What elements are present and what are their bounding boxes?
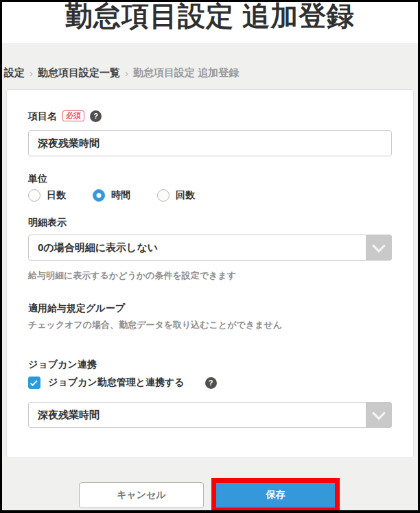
jobcan-section-label: ジョブカン連携	[28, 357, 392, 371]
chevron-right-icon: ›	[125, 67, 128, 79]
page-title: 勤怠項目設定 追加登録	[2, 2, 418, 35]
title-bar: 勤怠項目設定 追加登録	[2, 2, 418, 43]
jobcan-checkbox-label[interactable]: ジョブカン勤怠管理と連携する	[48, 377, 185, 389]
unit-radio-group: 日数 時間 回数	[28, 189, 392, 202]
form-card: 項目名 必須 ? 単位 日数 時間 回数 明細表示 0の場合明細に表示しない	[6, 89, 414, 458]
radio-unchecked-icon	[157, 189, 170, 202]
footer-action-bar: キャンセル 保存	[2, 458, 418, 511]
breadcrumb-bar: 設定 › 勤怠項目設定一覧 › 勤怠項目設定 追加登録	[2, 43, 418, 89]
jobcan-checkbox[interactable]	[28, 377, 40, 389]
detail-display-selected-value: 0の場合明細に表示しない	[29, 235, 364, 260]
save-button[interactable]: 保存	[216, 483, 335, 508]
item-name-label: 項目名	[28, 109, 57, 123]
jobcan-item-select[interactable]: 深夜残業時間	[28, 402, 392, 428]
jobcan-selected-value: 深夜残業時間	[29, 403, 364, 427]
help-icon[interactable]: ?	[205, 377, 217, 389]
cancel-button[interactable]: キャンセル	[79, 482, 204, 508]
item-name-input[interactable]	[28, 130, 392, 156]
detail-display-label: 明細表示	[28, 215, 392, 229]
jobcan-checkbox-row: ジョブカン勤怠管理と連携する ?	[28, 377, 392, 389]
breadcrumb-settings[interactable]: 設定	[4, 67, 25, 80]
detail-display-help-text: 給与明細に表示するかどうかの条件を設定できます	[28, 270, 392, 282]
chevron-right-icon: ›	[30, 67, 33, 79]
radio-unit-hours[interactable]: 時間	[93, 189, 157, 202]
red-highlight-annotation: 保存	[211, 478, 340, 512]
detail-display-select[interactable]: 0の場合明細に表示しない	[28, 235, 392, 261]
breadcrumb-item-list[interactable]: 勤怠項目設定一覧	[38, 67, 120, 80]
item-name-label-row: 項目名 必須 ?	[28, 109, 392, 123]
radio-unchecked-icon	[28, 189, 40, 202]
radio-unit-count[interactable]: 回数	[157, 189, 222, 202]
breadcrumb: 設定 › 勤怠項目設定一覧 › 勤怠項目設定 追加登録	[4, 67, 418, 80]
radio-unit-days[interactable]: 日数	[28, 189, 93, 202]
help-icon[interactable]: ?	[90, 110, 102, 122]
salary-group-help-text: チェックオフの場合、勤怠データを取り込むことができません	[28, 319, 392, 331]
radio-checked-icon	[93, 189, 105, 202]
chevron-down-icon[interactable]	[366, 402, 392, 428]
app-window: 勤怠項目設定 追加登録 設定 › 勤怠項目設定一覧 › 勤怠項目設定 追加登録 …	[0, 0, 420, 513]
chevron-down-icon[interactable]	[366, 235, 392, 261]
checkmark-icon	[30, 379, 38, 386]
salary-group-label: 適用給与規定グループ	[28, 301, 392, 315]
unit-label: 単位	[28, 171, 392, 185]
required-badge: 必須	[62, 110, 84, 121]
breadcrumb-current-page: 勤怠項目設定 追加登録	[133, 67, 239, 80]
